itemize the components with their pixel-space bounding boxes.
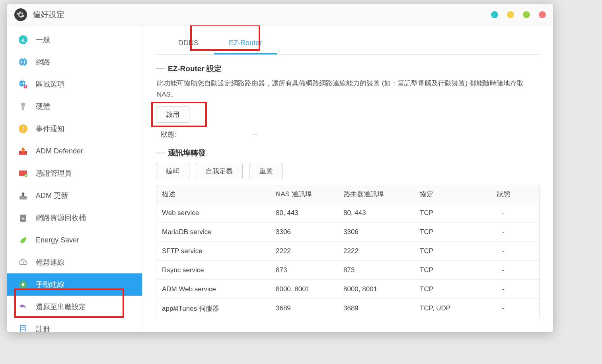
svg-rect-24 <box>21 329 25 330</box>
sidebar-item-label: ADM Defender <box>36 147 83 155</box>
table-header: 描述 NAS 通訊埠 路由器通訊埠 協定 狀態 <box>156 185 539 203</box>
globe-icon <box>18 56 29 68</box>
table-row[interactable]: app#iTunes 伺服器36893689TCP, UDP- <box>156 299 539 318</box>
sidebar-item-defender[interactable]: ADM Defender <box>7 140 142 162</box>
sidebar-item-update[interactable]: ADM 更新 <box>7 184 142 207</box>
cell-desc: app#iTunes 伺服器 <box>156 304 276 313</box>
reset-button[interactable]: 重置 <box>249 163 283 179</box>
sidebar-item-label: 輕鬆連線 <box>36 258 64 267</box>
clipboard-icon <box>18 323 29 332</box>
sidebar-item-label: 還原至出廠設定 <box>36 302 86 312</box>
table-row[interactable]: SFTP service22222222TCP- <box>156 242 539 261</box>
svg-rect-8 <box>23 126 23 130</box>
ezrouter-description: 此功能可協助您自動設定網路路由器，讓所有具備網路網路連線能力的裝置 (如：筆記型… <box>156 78 540 100</box>
cell-proto: TCP, UDP <box>420 304 480 312</box>
cell-status: - <box>480 266 539 274</box>
cell-nas: 3306 <box>276 228 343 236</box>
window-button-help[interactable] <box>491 11 498 18</box>
cell-status: - <box>480 247 539 255</box>
svg-rect-13 <box>25 151 27 153</box>
cell-router: 873 <box>343 266 420 274</box>
col-router[interactable]: 路由器通訊埠 <box>343 190 420 199</box>
cell-proto: TCP <box>420 247 480 255</box>
edit-button[interactable]: 編輯 <box>156 163 189 179</box>
svg-text:a: a <box>21 37 25 43</box>
sidebar-item-energy[interactable]: Energy Saver <box>7 229 142 251</box>
sidebar-item-label: Energy Saver <box>36 236 79 244</box>
section-dash-icon <box>156 153 165 153</box>
undo-icon <box>18 301 29 312</box>
cell-desc: MariaDB service <box>156 228 276 236</box>
svg-point-5 <box>25 85 26 87</box>
sidebar-item-register[interactable]: 註冊 <box>7 318 142 332</box>
svg-rect-22 <box>22 325 24 326</box>
world-pin-icon <box>18 79 29 90</box>
sidebar-item-cert[interactable]: 憑證管理員 <box>7 162 142 184</box>
sidebar-item-label: 網路資源回收桶 <box>36 213 86 223</box>
ezrouter-section: EZ-Router 設定 此功能可協助您自動設定網路路由器，讓所有具備網路網路連… <box>156 64 540 139</box>
window-button-close[interactable] <box>539 11 546 18</box>
sidebar-item-manual[interactable]: 手動連線 <box>7 273 142 296</box>
sidebar-item-label: 硬體 <box>36 102 50 111</box>
sidebar[interactable]: a一般網路區域選項硬體事件通知ADM Defender憑證管理員ADM 更新網路… <box>7 25 142 332</box>
window-title: 偏好設定 <box>33 9 64 20</box>
sidebar-item-factory[interactable]: 還原至出廠設定 <box>7 296 142 318</box>
table-row[interactable]: Rsync service873873TCP- <box>156 261 539 280</box>
cell-status: - <box>480 228 539 236</box>
sidebar-item-label: 一般 <box>36 35 50 45</box>
tab-ezrouter[interactable]: EZ-Router <box>214 33 277 54</box>
sidebar-item-ezconnect[interactable]: 輕鬆連線 <box>7 251 142 273</box>
col-status[interactable]: 狀態 <box>480 190 539 199</box>
cell-nas: 2222 <box>276 247 343 255</box>
table-row[interactable]: ADM Web service8000, 80018000, 8001TCP- <box>156 280 539 299</box>
sidebar-item-label: 註冊 <box>36 324 50 332</box>
status-value: -- <box>252 130 257 139</box>
sidebar-item-recycle[interactable]: 網路資源回收桶 <box>7 207 142 229</box>
cell-proto: TCP <box>420 209 480 217</box>
enable-button[interactable]: 啟用 <box>156 106 189 123</box>
sidebar-item-hardware[interactable]: 硬體 <box>7 95 142 118</box>
ezrouter-status-row: 狀態: -- <box>156 130 540 139</box>
main-content: DDNSEZ-Router EZ-Router 設定 此功能可協助您自動設定網路… <box>142 25 553 332</box>
cell-status: - <box>480 209 539 217</box>
sidebar-item-label: 網路 <box>36 57 50 67</box>
sidebar-item-events[interactable]: 事件通知 <box>7 118 142 140</box>
sidebar-item-label: 手動連線 <box>36 280 64 289</box>
titlebar: 偏好設定 <box>7 4 553 25</box>
cell-desc: SFTP service <box>156 247 276 255</box>
window-button-maximize[interactable] <box>523 11 530 18</box>
cell-nas: 3689 <box>276 304 343 312</box>
sidebar-item-network[interactable]: 網路 <box>7 51 142 73</box>
status-label: 狀態: <box>161 130 252 139</box>
alert-icon <box>18 123 29 134</box>
tabs: DDNSEZ-Router <box>156 33 540 55</box>
sidebar-item-label: 事件通知 <box>36 124 64 134</box>
col-nas[interactable]: NAS 通訊埠 <box>276 190 343 199</box>
chip-icon <box>18 101 29 112</box>
cell-status: - <box>480 304 539 312</box>
gear-green-icon <box>18 279 29 290</box>
tab-ddns[interactable]: DDNS <box>163 33 214 54</box>
table-body[interactable]: Web service80, 44380, 443TCP-MariaDB ser… <box>156 203 539 318</box>
section-dash-icon <box>156 68 165 69</box>
cell-proto: TCP <box>420 285 480 293</box>
svg-rect-23 <box>21 327 25 328</box>
cell-router: 80, 443 <box>343 209 420 217</box>
cell-router: 3306 <box>343 228 420 236</box>
table-row[interactable]: Web service80, 44380, 443TCP- <box>156 203 539 223</box>
ezrouter-section-title: EZ-Router 設定 <box>168 64 222 74</box>
cert-icon <box>18 168 29 179</box>
cloud-up-icon <box>18 257 29 268</box>
col-desc[interactable]: 描述 <box>156 190 276 199</box>
svg-rect-11 <box>19 151 21 153</box>
col-proto[interactable]: 協定 <box>420 190 480 199</box>
cell-nas: 873 <box>276 266 343 274</box>
cell-router: 3689 <box>343 304 420 312</box>
cell-proto: TCP <box>420 228 480 236</box>
sidebar-item-label: 區域選項 <box>36 79 64 89</box>
table-row[interactable]: MariaDB service33063306TCP- <box>156 223 539 242</box>
sidebar-item-general[interactable]: a一般 <box>7 29 142 51</box>
custom-button[interactable]: 自我定義 <box>196 163 243 179</box>
sidebar-item-region[interactable]: 區域選項 <box>7 73 142 95</box>
window-button-minimize[interactable] <box>507 11 514 18</box>
